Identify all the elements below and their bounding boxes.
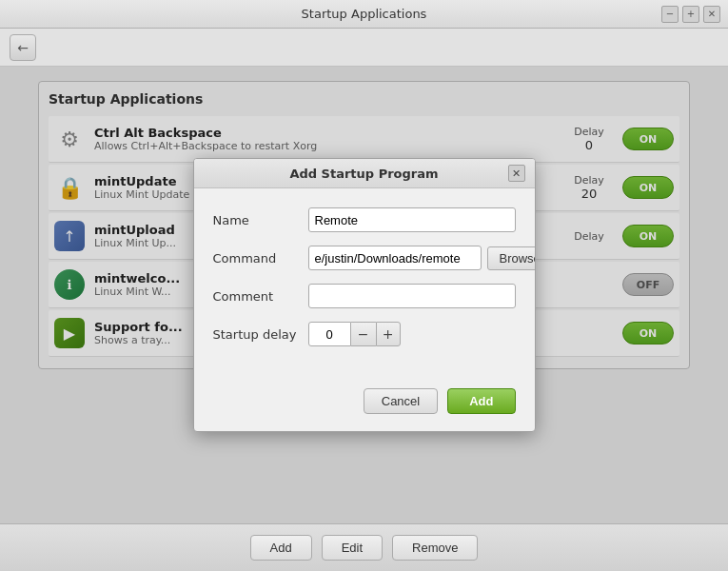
command-row: Command Browse...	[213, 246, 516, 270]
delay-increase-button[interactable]: +	[376, 322, 401, 346]
title-bar: Startup Applications − + ✕	[0, 0, 728, 29]
name-row: Name	[213, 207, 516, 232]
main-content: Startup Applications ⚙ Ctrl Alt Backspac…	[0, 67, 728, 523]
delay-label: Startup delay	[213, 327, 308, 342]
minimize-button[interactable]: −	[661, 6, 679, 23]
window-controls: − + ✕	[661, 6, 720, 23]
maximize-button[interactable]: +	[682, 6, 699, 23]
comment-row: Comment	[213, 284, 516, 308]
command-input-group: Browse...	[308, 246, 536, 270]
delay-input[interactable]	[308, 322, 351, 346]
dialog-titlebar: Add Startup Program ✕	[194, 159, 535, 188]
delay-input-group: − +	[308, 322, 401, 346]
command-label: Command	[213, 251, 308, 266]
bottom-remove-button[interactable]: Remove	[392, 535, 478, 561]
delay-decrease-button[interactable]: −	[351, 322, 376, 346]
add-startup-dialog: Add Startup Program ✕ Name Command Brows…	[193, 158, 536, 432]
name-label: Name	[213, 213, 308, 227]
close-button[interactable]: ✕	[703, 6, 720, 23]
cancel-button[interactable]: Cancel	[364, 388, 438, 414]
window-title: Startup Applications	[302, 7, 427, 21]
bottom-add-button[interactable]: Add	[250, 535, 312, 561]
add-button[interactable]: Add	[447, 388, 515, 414]
dialog-body: Name Command Browse... Comment	[194, 188, 535, 379]
comment-input[interactable]	[308, 284, 516, 308]
name-input[interactable]	[308, 207, 516, 232]
delay-row: Startup delay − +	[213, 322, 516, 346]
nav-bar: ←	[0, 29, 728, 67]
dialog-footer: Cancel Add	[194, 379, 535, 431]
browse-button[interactable]: Browse...	[487, 246, 536, 270]
back-button[interactable]: ←	[10, 34, 36, 61]
bottom-edit-button[interactable]: Edit	[322, 535, 383, 561]
dialog-close-button[interactable]: ✕	[508, 165, 525, 182]
modal-overlay: Add Startup Program ✕ Name Command Brows…	[0, 67, 728, 523]
command-input[interactable]	[308, 246, 482, 270]
dialog-title: Add Startup Program	[221, 167, 508, 181]
bottom-toolbar: Add Edit Remove	[0, 523, 728, 571]
comment-label: Comment	[213, 289, 308, 304]
